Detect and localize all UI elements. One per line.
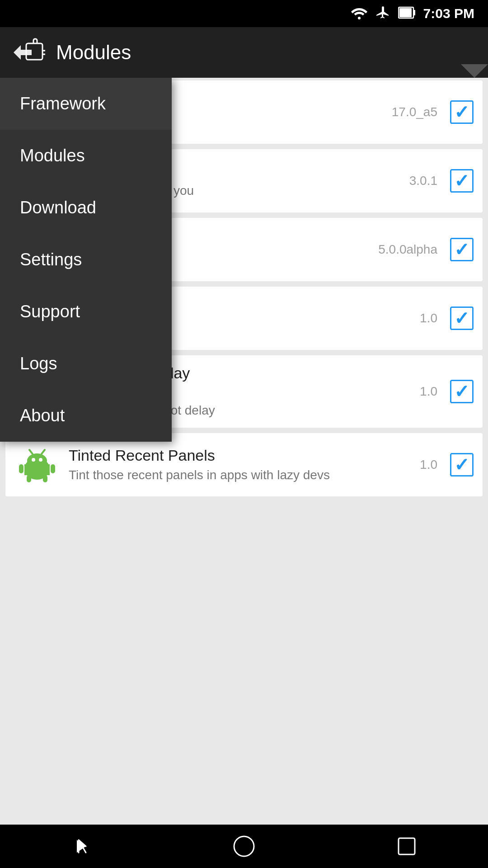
module-checkbox[interactable]: ✓ — [450, 453, 474, 476]
bottom-nav-bar — [0, 825, 488, 868]
module-version: 1.0 — [420, 458, 437, 472]
svg-line-60 — [42, 450, 45, 454]
svg-rect-54 — [27, 475, 31, 482]
airplane-icon — [375, 5, 391, 23]
module-version: 17.0_a5 — [392, 105, 437, 119]
app-bar: Modules — [0, 27, 488, 78]
menu-item-about[interactable]: About — [0, 390, 172, 442]
app-logo — [9, 34, 45, 71]
app-bar-title: Modules — [56, 41, 131, 64]
menu-item-logs[interactable]: Logs — [0, 338, 172, 390]
module-checkbox[interactable]: ✓ — [450, 169, 474, 193]
svg-rect-53 — [51, 464, 55, 473]
back-button[interactable] — [63, 833, 99, 860]
menu-item-settings[interactable]: Settings — [0, 234, 172, 286]
recents-button[interactable] — [389, 833, 425, 860]
module-name: Tinted Recent Panels — [69, 447, 411, 464]
svg-point-62 — [234, 836, 254, 856]
svg-point-57 — [32, 458, 35, 462]
content-area: r power menu! 17.0_a5 ✓ V re — [0, 78, 488, 825]
svg-point-58 — [39, 458, 42, 462]
module-version: 1.0 — [420, 311, 437, 326]
svg-line-59 — [29, 450, 33, 454]
status-icons: 7:03 PM — [351, 5, 474, 23]
module-version: 5.0.0alpha — [378, 242, 437, 257]
module-right: 5.0.0alpha ✓ — [378, 238, 474, 261]
menu-item-framework[interactable]: Framework — [0, 78, 172, 130]
menu-item-modules[interactable]: Modules — [0, 130, 172, 182]
svg-rect-3 — [399, 8, 412, 17]
module-checkbox[interactable]: ✓ — [450, 238, 474, 261]
module-checkbox[interactable]: ✓ — [450, 100, 474, 124]
module-right: 1.0 ✓ — [420, 307, 474, 330]
svg-rect-2 — [413, 10, 415, 15]
dropdown-menu: Framework Modules Download Settings Supp… — [0, 78, 172, 442]
module-desc: Tint those recent panels in apps with la… — [69, 467, 411, 483]
module-checkbox[interactable]: ✓ — [450, 307, 474, 330]
module-right: 1.0 ✓ — [420, 380, 474, 403]
svg-rect-63 — [399, 838, 415, 854]
wifi-icon — [351, 5, 367, 23]
svg-rect-52 — [19, 464, 23, 473]
svg-point-56 — [27, 453, 47, 468]
module-right: 17.0_a5 ✓ — [392, 100, 474, 124]
home-button[interactable] — [226, 833, 262, 860]
module-icon — [14, 442, 60, 487]
battery-icon — [398, 5, 416, 23]
status-bar: 7:03 PM — [0, 0, 488, 27]
module-right: 3.0.1 ✓ — [409, 169, 474, 193]
svg-rect-55 — [43, 475, 47, 482]
dropdown-arrow-indicator — [461, 64, 488, 78]
status-time: 7:03 PM — [423, 6, 474, 21]
module-right: 1.0 ✓ — [420, 453, 474, 476]
svg-point-0 — [358, 17, 361, 19]
module-item[interactable]: Tinted Recent Panels Tint those recent p… — [5, 433, 483, 496]
module-version: 1.0 — [420, 384, 437, 399]
module-info: Tinted Recent Panels Tint those recent p… — [69, 447, 411, 483]
menu-item-support[interactable]: Support — [0, 286, 172, 338]
module-version: 3.0.1 — [409, 174, 437, 188]
menu-item-download[interactable]: Download — [0, 182, 172, 234]
module-checkbox[interactable]: ✓ — [450, 380, 474, 403]
